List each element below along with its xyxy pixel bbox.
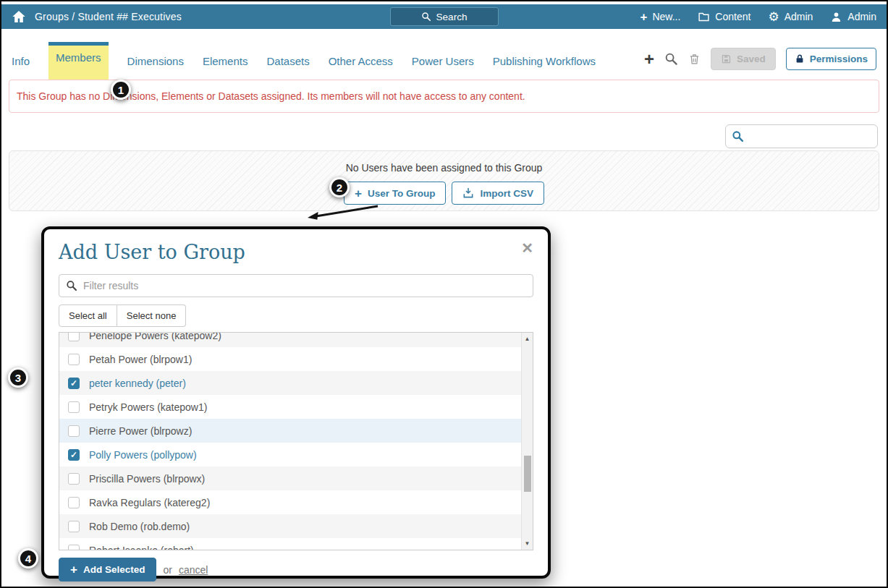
tab-members[interactable]: Members	[48, 42, 109, 80]
content-menu-button[interactable]: Content	[698, 11, 750, 23]
members-empty-panel: No Users have been assigned to this Grou…	[9, 150, 879, 211]
or-text: or	[163, 564, 172, 576]
search-icon	[732, 130, 744, 142]
user-row-label: peter kennedy (peter)	[89, 378, 186, 389]
plus-icon: +	[355, 187, 362, 200]
user-row-label: Priscilla Powers (blrpowx)	[89, 473, 205, 485]
user-row-label: Polly Powers (pollypow)	[89, 449, 197, 461]
saved-button: Saved	[711, 48, 776, 70]
step-2-badge: 2	[329, 177, 350, 197]
scrollbar-thumb[interactable]	[524, 456, 531, 492]
user-checkbox[interactable]	[68, 545, 80, 551]
user-row[interactable]: Ravka Regulars (katereg2)	[59, 490, 521, 514]
user-checkbox[interactable]	[68, 401, 80, 413]
user-row[interactable]: Petah Power (blrpow1)	[59, 347, 521, 371]
user-checkbox[interactable]	[68, 473, 80, 485]
tab-toolbar: + Saved Permissions	[644, 48, 876, 70]
annotation-arrow-icon	[302, 201, 381, 223]
scroll-down-icon[interactable]: ▼	[522, 540, 533, 547]
navbar-actions: + New... Content ⚙ Admin Admin	[640, 11, 876, 23]
user-row-label: Petryk Powers (katepow1)	[89, 401, 207, 413]
top-navbar: Groups / Student ## Executives Search + …	[1, 4, 887, 29]
scrollbar[interactable]: ▲ ▼	[521, 333, 533, 550]
admin-user-button[interactable]: Admin	[830, 11, 876, 23]
user-row-label: Robert Isaenko (robert)	[89, 545, 194, 551]
filter-box	[59, 274, 533, 297]
add-user-to-group-modal: Add User to Group ✕ Select all Select no…	[41, 226, 551, 579]
modal-header: Add User to Group ✕	[59, 241, 533, 263]
user-row-label: Penelope Powers (katepow2)	[89, 332, 221, 341]
user-checkbox[interactable]	[68, 521, 80, 532]
folder-icon	[698, 11, 710, 23]
checkbox-check: ✓	[70, 379, 77, 388]
user-row[interactable]: ✓ peter kennedy (peter)	[59, 371, 521, 395]
download-icon	[462, 187, 474, 199]
user-checkbox[interactable]	[68, 354, 80, 365]
modal-footer: + Add Selected or cancel	[59, 558, 533, 581]
user-row[interactable]: ✓ Polly Powers (pollypow)	[59, 443, 521, 466]
user-row-label: Petah Power (blrpow1)	[89, 354, 192, 365]
floppy-icon	[721, 54, 732, 64]
close-icon[interactable]: ✕	[521, 241, 533, 255]
user-row[interactable]: Priscilla Powers (blrpowx)	[59, 466, 521, 490]
import-csv-button[interactable]: Import CSV	[452, 182, 544, 205]
lock-icon	[795, 54, 805, 64]
user-icon	[830, 11, 842, 23]
member-search-input[interactable]	[748, 131, 871, 142]
user-row[interactable]: Rob Demo (rob.demo)	[59, 514, 521, 538]
selection-buttons: Select all Select none	[59, 304, 533, 327]
filter-results-input[interactable]	[83, 280, 526, 291]
scroll-up-icon[interactable]: ▲	[522, 336, 533, 342]
new-menu-button[interactable]: + New...	[640, 11, 680, 23]
step-3-badge: 3	[8, 367, 28, 388]
tab-info[interactable]: Info	[12, 46, 30, 82]
tab-datasets[interactable]: Datasets	[266, 46, 309, 82]
plus-icon: +	[70, 563, 77, 576]
user-row[interactable]: Penelope Powers (katepow2)	[59, 332, 521, 347]
user-row[interactable]: Robert Isaenko (robert)	[59, 538, 521, 550]
select-none-button[interactable]: Select none	[117, 304, 187, 327]
user-row-label: Rob Demo (rob.demo)	[89, 521, 190, 532]
user-checkbox[interactable]	[68, 497, 80, 508]
modal-title: Add User to Group	[59, 241, 245, 263]
user-list-rows: Penelope Powers (katepow2) Petah Power (…	[59, 332, 521, 550]
member-search-box	[725, 124, 878, 148]
search-icon[interactable]	[664, 52, 678, 66]
gear-icon: ⚙	[768, 11, 779, 23]
group-tabs: Info Members Dimensions Elements Dataset…	[12, 42, 596, 82]
permissions-button[interactable]: Permissions	[786, 48, 876, 70]
warning-text: This Group has no Dimensions, Elements o…	[17, 90, 525, 102]
user-checkbox[interactable]	[68, 425, 80, 437]
no-content-warning: This Group has no Dimensions, Elements o…	[9, 80, 879, 113]
tab-dimensions[interactable]: Dimensions	[127, 46, 184, 82]
user-list: Penelope Powers (katepow2) Petah Power (…	[59, 332, 533, 550]
home-icon[interactable]	[12, 9, 26, 24]
user-checkbox[interactable]: ✓	[68, 449, 80, 461]
select-all-button[interactable]: Select all	[59, 304, 117, 327]
search-icon	[66, 280, 77, 291]
user-row[interactable]: Pierre Power (blrpowz)	[59, 419, 521, 443]
global-search-button[interactable]: Search	[390, 7, 499, 26]
cancel-link[interactable]: cancel	[179, 564, 208, 576]
tab-power-users[interactable]: Power Users	[412, 46, 474, 82]
user-row[interactable]: Petryk Powers (katepow1)	[59, 395, 521, 419]
screenshot-frame: Groups / Student ## Executives Search + …	[0, 0, 888, 588]
search-icon	[421, 12, 431, 22]
plus-icon: +	[640, 11, 647, 23]
step-1-badge: 1	[111, 80, 131, 100]
user-row-label: Pierre Power (blrpowz)	[89, 425, 192, 437]
tab-other-access[interactable]: Other Access	[329, 46, 393, 82]
tab-publishing-workflows[interactable]: Publishing Workflows	[493, 46, 596, 82]
checkbox-check: ✓	[70, 451, 77, 459]
add-selected-button[interactable]: + Add Selected	[59, 558, 156, 581]
user-checkbox[interactable]: ✓	[68, 378, 80, 389]
user-checkbox[interactable]	[68, 332, 80, 341]
tab-elements[interactable]: Elements	[203, 46, 248, 82]
add-icon[interactable]: +	[644, 51, 654, 68]
step-4-badge: 4	[18, 548, 38, 568]
admin-menu-button[interactable]: ⚙ Admin	[768, 11, 813, 23]
trash-icon[interactable]	[688, 53, 701, 65]
breadcrumb: Groups / Student ## Executives	[35, 11, 182, 22]
user-row-label: Ravka Regulars (katereg2)	[89, 497, 210, 508]
empty-state-text: No Users have been assigned to this Grou…	[346, 162, 543, 174]
